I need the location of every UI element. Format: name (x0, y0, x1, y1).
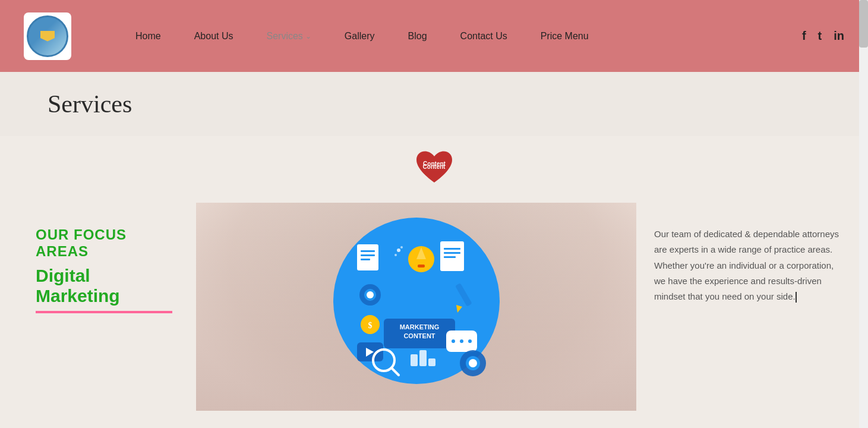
nav-price-menu[interactable]: Price Menu (524, 31, 605, 42)
nav-home[interactable]: Home (119, 31, 178, 42)
marketing-circle-svg: $ (327, 203, 506, 387)
svg-rect-25 (444, 248, 460, 250)
svg-point-48 (394, 254, 397, 256)
scrollbar[interactable] (859, 0, 868, 428)
page-title-section: Services (0, 72, 868, 136)
nav-gallery[interactable]: Gallery (328, 31, 392, 42)
content-row: OUR FOCUS AREAS Digital Marketing (0, 203, 868, 411)
svg-rect-12 (357, 244, 378, 270)
text-cursor (796, 292, 797, 303)
svg-text:MARKETING: MARKETING (399, 323, 439, 331)
nav-services[interactable]: Services ⌄ (250, 31, 328, 42)
svg-rect-45 (419, 350, 427, 366)
main-content: Content Content OUR FOCUS AREAS Digital … (0, 136, 868, 428)
svg-point-37 (460, 339, 463, 343)
facebook-icon[interactable]: f (802, 29, 806, 43)
svg-text:$: $ (368, 321, 372, 330)
nav-blog[interactable]: Blog (392, 31, 444, 42)
heart-badge[interactable]: Content Content (414, 148, 454, 185)
focus-areas-title: OUR FOCUS AREAS (36, 226, 172, 260)
focus-subtitle: Digital Marketing (36, 266, 172, 313)
svg-point-18 (367, 291, 374, 298)
svg-point-43 (469, 359, 477, 367)
svg-rect-27 (444, 256, 456, 258)
scrollbar-thumb[interactable] (859, 0, 868, 48)
svg-point-47 (397, 248, 400, 252)
marketing-circle-wrapper: $ (196, 203, 636, 387)
svg-point-38 (468, 339, 472, 343)
svg-rect-44 (411, 354, 418, 366)
svg-rect-46 (428, 358, 435, 366)
social-links: f t in (802, 29, 844, 43)
page-title: Services (48, 90, 132, 118)
svg-rect-13 (361, 250, 375, 252)
site-header: Home About Us Services ⌄ Gallery Blog Co… (0, 0, 868, 72)
linkedin-icon[interactable]: in (834, 29, 844, 43)
nav-about[interactable]: About Us (178, 31, 250, 42)
twitter-icon[interactable]: t (818, 29, 822, 43)
svg-rect-26 (444, 252, 460, 254)
svg-point-36 (452, 339, 455, 343)
svg-rect-23 (418, 265, 425, 268)
main-nav: Home About Us Services ⌄ Gallery Blog Co… (119, 31, 802, 42)
svg-rect-14 (361, 254, 375, 256)
heart-badge-container: Content Content (0, 136, 868, 185)
svg-rect-15 (361, 259, 370, 260)
left-column: OUR FOCUS AREAS Digital Marketing (0, 203, 196, 337)
svg-point-49 (400, 246, 403, 248)
right-column: Our team of dedicated & dependable attor… (636, 203, 868, 328)
chevron-down-icon: ⌄ (305, 32, 311, 40)
nav-contact[interactable]: Contact Us (444, 31, 524, 42)
description-text: Our team of dedicated & dependable attor… (654, 226, 844, 304)
center-illustration: $ (196, 203, 636, 411)
logo[interactable] (24, 12, 71, 60)
heart-badge-text: Content (423, 163, 446, 171)
svg-text:CONTENT: CONTENT (403, 332, 435, 339)
